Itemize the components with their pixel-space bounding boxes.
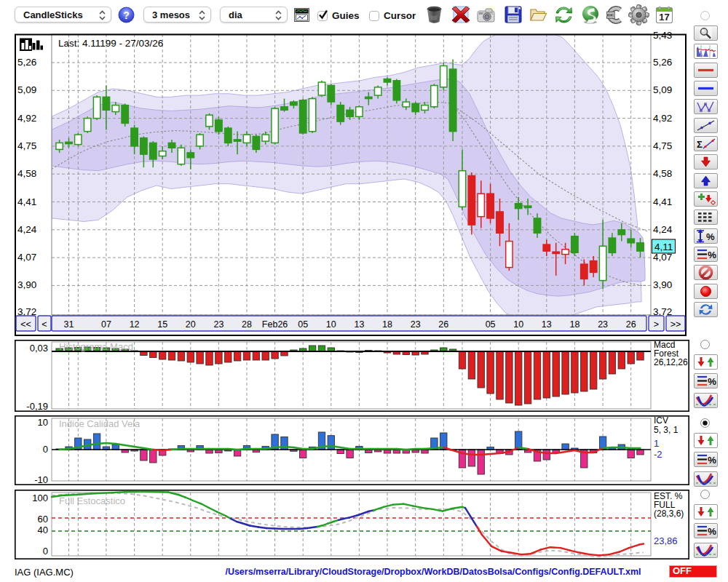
svg-text:5,26: 5,26 xyxy=(17,57,36,68)
svg-text:26: 26 xyxy=(438,319,448,330)
svg-text:5, 3, 1: 5, 3, 1 xyxy=(654,425,678,435)
svg-text:%: % xyxy=(708,376,716,387)
svg-text:13: 13 xyxy=(542,319,552,330)
svg-text:<: < xyxy=(41,319,47,330)
svg-text:5,09: 5,09 xyxy=(653,84,672,95)
svg-text:0,03: 0,03 xyxy=(30,343,48,354)
svg-text:20: 20 xyxy=(186,319,196,330)
svg-text:%: % xyxy=(708,526,716,537)
svg-text:07: 07 xyxy=(101,319,111,330)
svg-text:4,41: 4,41 xyxy=(17,196,36,207)
svg-text:60: 60 xyxy=(38,514,48,525)
svg-text:1: 1 xyxy=(654,438,659,449)
svg-text:-10: -10 xyxy=(34,474,48,485)
svg-text:4,24: 4,24 xyxy=(653,224,673,235)
svg-text:>>: >> xyxy=(670,319,681,330)
svg-text:3,90: 3,90 xyxy=(653,279,672,290)
svg-text:28: 28 xyxy=(242,319,252,330)
svg-text:ICV: ICV xyxy=(654,415,668,426)
svg-text:Histograma Macd: Histograma Macd xyxy=(59,341,133,352)
svg-text:5,09: 5,09 xyxy=(17,84,36,95)
svg-text:4,92: 4,92 xyxy=(17,113,36,124)
svg-text:%: % xyxy=(708,250,716,260)
svg-text:4,24: 4,24 xyxy=(17,224,37,235)
svg-text:4,58: 4,58 xyxy=(653,168,672,179)
svg-text:13: 13 xyxy=(354,319,364,330)
svg-text:10: 10 xyxy=(513,319,523,330)
svg-text:23: 23 xyxy=(213,319,223,330)
svg-text:5,26: 5,26 xyxy=(653,57,672,68)
svg-text:10: 10 xyxy=(38,417,48,428)
svg-text:Indice Calidad Vela: Indice Calidad Vela xyxy=(59,418,141,429)
svg-text:18: 18 xyxy=(569,319,579,330)
svg-text:4,58: 4,58 xyxy=(17,168,36,179)
svg-text:5,43: 5,43 xyxy=(653,30,672,41)
svg-text:-0,19: -0,19 xyxy=(26,401,48,412)
svg-text:26: 26 xyxy=(626,319,636,330)
svg-text:4,75: 4,75 xyxy=(17,140,36,151)
svg-text:(28,3,6): (28,3,6) xyxy=(654,509,684,519)
svg-text:12: 12 xyxy=(130,319,140,330)
svg-text:%: % xyxy=(706,231,715,242)
svg-text:%: % xyxy=(708,455,716,466)
svg-text:05: 05 xyxy=(298,319,308,330)
svg-text:-2: -2 xyxy=(654,449,662,460)
svg-text:Feb26: Feb26 xyxy=(262,319,288,330)
svg-text:100: 100 xyxy=(32,493,48,503)
svg-text:>: > xyxy=(654,319,659,330)
svg-text:4,92: 4,92 xyxy=(653,113,672,124)
svg-text:4,75: 4,75 xyxy=(653,140,672,151)
svg-text:<<: << xyxy=(20,319,31,330)
svg-text:15: 15 xyxy=(157,319,167,330)
svg-text:23: 23 xyxy=(598,319,608,330)
svg-text:10: 10 xyxy=(326,319,336,330)
svg-text:05: 05 xyxy=(486,319,496,330)
svg-text:40: 40 xyxy=(38,525,48,535)
svg-text:0: 0 xyxy=(43,546,48,557)
svg-text:4,41: 4,41 xyxy=(653,196,672,207)
svg-text:31: 31 xyxy=(64,319,74,330)
svg-text:Σ: Σ xyxy=(697,139,703,150)
svg-text:23,86: 23,86 xyxy=(654,535,678,546)
svg-text:23: 23 xyxy=(411,319,421,330)
svg-text:26,12,26: 26,12,26 xyxy=(654,357,688,367)
svg-text:18: 18 xyxy=(382,319,392,330)
svg-text:Last: 4.11199 - 27/03/26: Last: 4.11199 - 27/03/26 xyxy=(58,38,163,49)
svg-text:0: 0 xyxy=(43,444,48,455)
svg-text:4,11: 4,11 xyxy=(654,242,673,252)
svg-text:4,07: 4,07 xyxy=(17,252,36,263)
svg-text:3,90: 3,90 xyxy=(17,279,36,290)
